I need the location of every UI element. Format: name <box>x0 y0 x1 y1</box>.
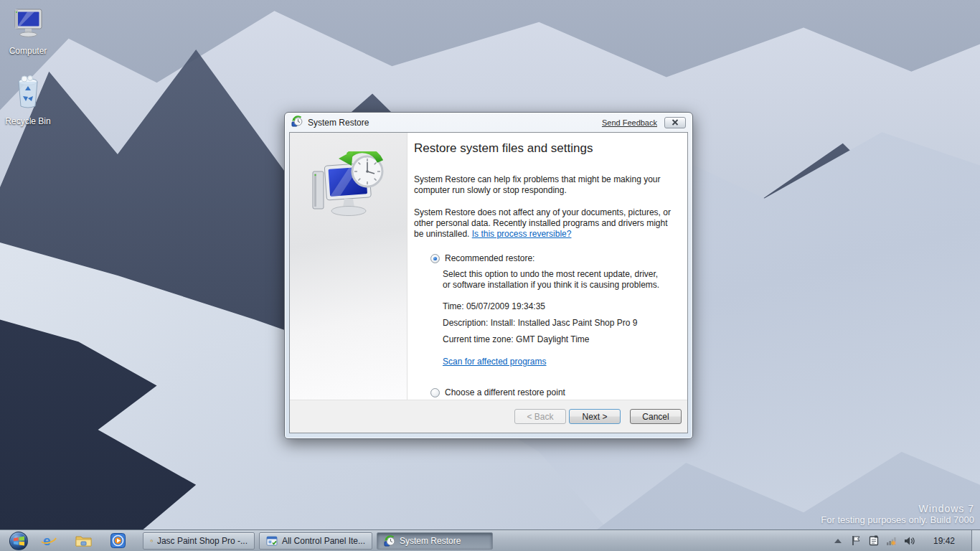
build-watermark: Windows 7 For testing purposes only. Bui… <box>821 503 974 525</box>
recommended-restore-label: Recommended restore: <box>445 253 534 263</box>
internet-explorer-icon: e <box>40 532 57 550</box>
svg-text:✱: ✱ <box>890 540 896 547</box>
close-button[interactable] <box>664 117 686 128</box>
action-center-button[interactable] <box>850 535 862 547</box>
windows-flag-icon <box>14 536 24 546</box>
next-button[interactable]: Next > <box>569 409 621 424</box>
network-no-internet-icon: ✱ <box>886 535 897 546</box>
wizard-content: Restore system files and settings System… <box>407 133 687 400</box>
desktop-icon-label: Computer <box>9 46 47 56</box>
watermark-product: Windows 7 <box>821 503 974 514</box>
choose-different-label: Choose a different restore point <box>445 387 565 397</box>
quicklaunch-internet-explorer[interactable]: e <box>34 532 63 550</box>
volume-button[interactable] <box>904 535 915 547</box>
desktop-icon-recycle-bin[interactable]: Recycle Bin <box>1 73 55 127</box>
taskbar-button-system-restore[interactable]: System Restore <box>377 532 493 550</box>
scan-link-container: Scan for affected programs <box>443 354 673 367</box>
close-icon <box>672 119 679 126</box>
restore-point-time: Time: 05/07/2009 19:34:35 <box>443 301 673 312</box>
page-title: Restore system files and settings <box>414 141 673 156</box>
taskbar: e <box>0 529 980 551</box>
quicklaunch-media-player[interactable] <box>103 532 132 550</box>
recommended-description: Select this option to undo the most rece… <box>443 269 665 291</box>
window-titlebar[interactable]: System Restore Send Feedback <box>285 113 692 132</box>
details-paragraph: System Restore does not affect any of yo… <box>414 207 673 240</box>
dialog-body: Restore system files and settings System… <box>289 132 688 433</box>
quicklaunch-windows-explorer[interactable] <box>69 532 98 550</box>
chevron-up-icon <box>834 539 842 543</box>
taskbar-button-label: Jasc Paint Shop Pro -... <box>157 536 248 546</box>
send-feedback-link[interactable]: Send Feedback <box>602 118 657 127</box>
show-desktop-button[interactable] <box>971 530 980 551</box>
cancel-button[interactable]: Cancel <box>630 409 682 424</box>
desktop-icon-label: Recycle Bin <box>5 116 50 126</box>
system-restore-icon <box>291 116 303 130</box>
scan-affected-programs-link[interactable]: Scan for affected programs <box>443 357 547 367</box>
radio-button-icon[interactable] <box>430 388 440 397</box>
system-tray: ✱ 19:42 <box>832 530 980 551</box>
recommended-restore-option[interactable]: Recommended restore: <box>430 253 673 263</box>
recycle-bin-icon <box>1 73 55 112</box>
desktop-icon-computer[interactable]: Computer <box>1 6 55 57</box>
wizard-side-panel <box>290 133 407 400</box>
taskbar-button-label: All Control Panel Ite... <box>282 536 365 546</box>
intro-paragraph: System Restore can help fix problems tha… <box>414 174 673 196</box>
paint-palette-icon <box>150 535 153 547</box>
taskbar-button-control-panel[interactable]: All Control Panel Ite... <box>259 532 372 550</box>
folder-icon <box>75 534 92 547</box>
network-status-button[interactable]: ✱ <box>886 535 897 547</box>
taskbar-button-label: System Restore <box>400 536 461 546</box>
start-button[interactable] <box>9 532 28 550</box>
media-player-icon <box>110 533 126 548</box>
speaker-icon <box>904 536 915 546</box>
control-panel-icon <box>266 535 278 547</box>
radio-button-icon[interactable] <box>430 254 440 263</box>
restore-point-timezone: Current time zone: GMT Daylight Time <box>443 334 673 345</box>
svg-text:e: e <box>43 533 51 548</box>
back-button[interactable]: < Back <box>514 409 566 424</box>
taskbar-button-jasc-paint-shop[interactable]: Jasc Paint Shop Pro -... <box>143 532 255 550</box>
problem-reports-button[interactable] <box>868 535 880 547</box>
restore-point-description: Description: Install: Installed Jasc Pai… <box>443 318 673 329</box>
dialog-footer: < Back Next > Cancel <box>290 400 687 433</box>
watermark-build: For testing purposes only. Build 7000 <box>821 514 974 525</box>
system-restore-icon <box>384 535 395 547</box>
desktop: Computer Recycle Bin Windows 7 For testi… <box>0 0 980 551</box>
choose-different-option[interactable]: Choose a different restore point <box>430 387 673 397</box>
show-hidden-icons-button[interactable] <box>832 535 844 547</box>
system-restore-window: System Restore Send Feedback <box>284 112 693 439</box>
computer-icon <box>1 6 55 42</box>
system-restore-large-icon <box>308 151 389 223</box>
flag-icon <box>851 535 861 546</box>
window-title: System Restore <box>308 118 369 128</box>
taskbar-clock[interactable]: 19:42 <box>933 536 955 546</box>
reversible-link[interactable]: Is this process reversible? <box>472 229 572 239</box>
report-window-icon <box>869 535 879 546</box>
